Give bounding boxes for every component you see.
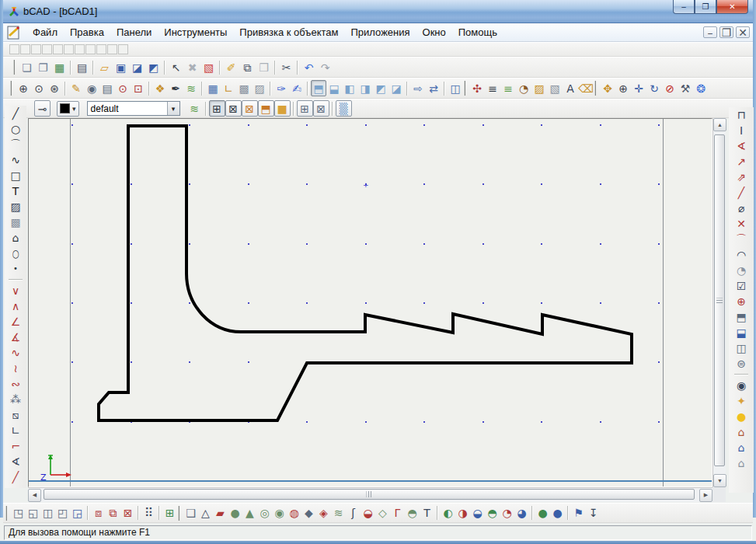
- bool-merge-button[interactable]: ◕: [514, 505, 529, 521]
- edit-wave-button[interactable]: ∾: [7, 376, 24, 392]
- solid-text-button[interactable]: T: [420, 505, 434, 521]
- bool-intersect-button[interactable]: ◒: [470, 505, 485, 521]
- view-cube-iso-button[interactable]: ◩: [373, 80, 388, 96]
- extrude-press-2-button[interactable]: ⬓: [733, 325, 750, 340]
- save-all-button[interactable]: ◩: [145, 59, 162, 75]
- edit-spline-button[interactable]: ∿: [7, 345, 24, 361]
- paint-brush-button[interactable]: ✍: [289, 80, 305, 96]
- dim-area-button[interactable]: ◔: [733, 263, 750, 278]
- toolbar-grip[interactable]: [13, 60, 16, 75]
- copy-object-button[interactable]: ◳: [11, 505, 26, 521]
- pan-arrows-button[interactable]: ✛: [631, 80, 646, 96]
- light-source-button[interactable]: ●: [733, 409, 750, 424]
- solid-tube-button[interactable]: ◍: [287, 505, 301, 521]
- solid-revolve-button[interactable]: ◒: [361, 505, 375, 521]
- dim-aligned-button[interactable]: ⇗: [733, 169, 750, 185]
- draw-ellipse-button[interactable]: ○: [7, 246, 24, 261]
- transform-group-button[interactable]: ⊠: [120, 505, 135, 521]
- draw-hatch-button[interactable]: ▨: [7, 199, 24, 214]
- mdi-close-button[interactable]: ✕: [736, 26, 750, 38]
- bool-union-button[interactable]: ◐: [441, 505, 455, 521]
- solid-sphere-button[interactable]: ●: [228, 505, 242, 521]
- render-camera-button[interactable]: ◉: [733, 378, 750, 393]
- scroll-right-button[interactable]: ▶: [699, 489, 712, 502]
- undo-button[interactable]: ↶: [301, 59, 317, 75]
- edit-slope-button[interactable]: ∡: [7, 330, 24, 345]
- toolbar-grip[interactable]: [594, 81, 597, 96]
- bool-split-button[interactable]: ◔: [500, 505, 514, 521]
- vertical-scrollbar[interactable]: ▲ ▼: [712, 118, 726, 487]
- zoom-in-button[interactable]: ⊕: [16, 80, 31, 96]
- menu-panels[interactable]: Панели: [110, 24, 158, 40]
- web-update-button[interactable]: ❂: [693, 80, 709, 96]
- solid-wedge-rounded-button[interactable]: ◈: [316, 505, 331, 521]
- zoom-realtime-button[interactable]: ⊕: [615, 80, 631, 96]
- grid-settings-button[interactable]: ▦: [205, 80, 221, 96]
- render-options-button[interactable]: ⌂: [733, 455, 750, 471]
- rendered-view-button[interactable]: ■: [274, 100, 291, 117]
- view-cube-left-button[interactable]: ◧: [342, 80, 357, 96]
- bool-difference-button[interactable]: ◓: [485, 505, 500, 521]
- split-viewport-button[interactable]: ◫: [448, 80, 463, 96]
- layer-manager-button[interactable]: ≋: [186, 100, 203, 117]
- select-cursor-button[interactable]: ↖: [168, 59, 184, 75]
- shaded-view-button[interactable]: ⬒: [258, 100, 274, 117]
- group-select-button[interactable]: ⧈: [91, 505, 106, 521]
- hatch-pattern-button[interactable]: ▧: [547, 80, 563, 96]
- menu-help[interactable]: Помощь: [452, 24, 503, 40]
- toolbar-grip[interactable]: [464, 81, 466, 96]
- offset-contour-button[interactable]: ∟: [7, 423, 24, 438]
- render-preview-button[interactable]: ⌂: [733, 424, 750, 440]
- hatch-text-button[interactable]: A: [563, 80, 578, 96]
- bool-subtract-button[interactable]: ◑: [455, 505, 470, 521]
- dim-leader-button[interactable]: ↗: [733, 154, 750, 169]
- vertical-scrollbar-thumb[interactable]: [714, 134, 725, 466]
- draw-hatch-light-button[interactable]: ▩: [7, 214, 24, 230]
- draw-point-button[interactable]: •: [7, 261, 24, 277]
- solid-wedge-button[interactable]: ◆: [301, 505, 316, 521]
- flag-marker-button[interactable]: ⚑: [571, 505, 586, 521]
- crop-region-button[interactable]: ⧅: [7, 407, 24, 423]
- draw-polygon-button[interactable]: ⌂: [7, 230, 24, 246]
- menu-file[interactable]: Файл: [26, 24, 64, 40]
- dim-vertical-button[interactable]: I: [733, 123, 750, 138]
- deselect-button[interactable]: ✖: [184, 59, 200, 75]
- dim-horizontal-button[interactable]: ⊓: [733, 107, 750, 123]
- layer-visibility-button[interactable]: ▤: [99, 80, 115, 96]
- save-as-button[interactable]: ◪: [129, 59, 145, 75]
- grid-snap-button[interactable]: ▩: [236, 80, 252, 96]
- visibility-eye-button[interactable]: ◉: [84, 80, 99, 96]
- menu-edit[interactable]: Правка: [64, 24, 110, 40]
- rotate-view-button[interactable]: ↻: [646, 80, 662, 96]
- save-file-button[interactable]: ▣: [113, 59, 129, 75]
- hidden-line-view-button[interactable]: ⊠: [225, 100, 242, 117]
- solids-check-2-button[interactable]: ●: [550, 505, 565, 521]
- profile-polyline[interactable]: [99, 126, 632, 420]
- hammer-tool-button[interactable]: ⚒: [678, 80, 693, 96]
- draw-text-button[interactable]: T: [7, 183, 24, 199]
- scroll-up-button[interactable]: ▲: [713, 118, 726, 131]
- solid-disc-button[interactable]: ◉: [272, 505, 287, 521]
- axonometric-view-button[interactable]: ⊠: [313, 100, 329, 117]
- antialias-view-button[interactable]: ▒: [336, 100, 352, 117]
- solid-cone-button[interactable]: ▲: [242, 505, 257, 521]
- dim-angular-button[interactable]: ∢: [733, 138, 750, 154]
- background-image-button[interactable]: ▨: [252, 80, 267, 96]
- edit-angle-button[interactable]: ∧: [7, 298, 24, 314]
- solid-hemisphere-button[interactable]: ◓: [405, 505, 420, 521]
- pan-hand-button[interactable]: ✥: [600, 80, 615, 96]
- capture-view-button[interactable]: ◔: [516, 80, 531, 96]
- solids-check-1-button[interactable]: ●: [535, 505, 550, 521]
- view-cube-front-button[interactable]: ⬒: [311, 80, 326, 96]
- extrude-press-3-button[interactable]: ◫: [733, 340, 750, 356]
- insert-block-button[interactable]: ⊞: [162, 505, 177, 521]
- mdi-minimize-button[interactable]: –: [703, 26, 717, 38]
- toolbar-grip[interactable]: [10, 81, 12, 96]
- hatch-fill-button[interactable]: ▨: [531, 80, 547, 96]
- edit-curve-button[interactable]: ≀: [7, 361, 24, 376]
- solid-pyramid-button[interactable]: △: [198, 505, 213, 521]
- toolbar-grip[interactable]: [178, 506, 180, 521]
- show-frame-button[interactable]: ⊡: [131, 80, 146, 96]
- paste-button[interactable]: ❒: [256, 59, 272, 75]
- title-bar[interactable]: bCAD - [bCAD1] – ❐ ✕: [0, 0, 756, 23]
